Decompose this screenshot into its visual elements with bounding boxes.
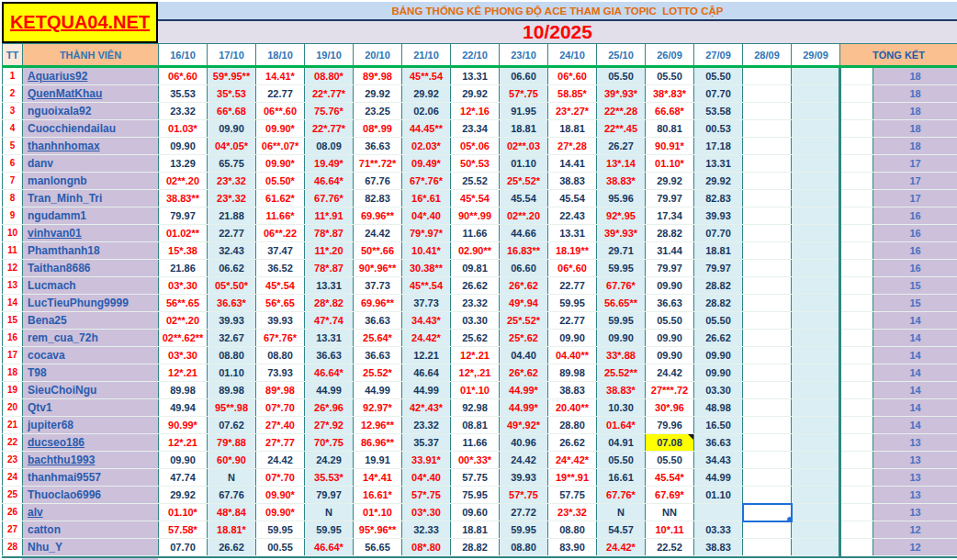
value-cell[interactable]: 79.97 [694, 260, 743, 277]
value-cell[interactable]: N [597, 504, 646, 521]
value-cell[interactable]: 67.76* [305, 190, 354, 207]
value-cell[interactable]: 06**.22 [256, 225, 305, 242]
value-cell[interactable]: 56.65 [354, 539, 402, 556]
value-cell[interactable]: 20.40** [548, 399, 597, 417]
value-cell[interactable]: 22*.77* [305, 120, 354, 138]
value-cell[interactable]: 09.90 [646, 277, 694, 295]
value-cell[interactable]: 16.50 [694, 417, 743, 434]
value-cell[interactable]: 03.30 [694, 382, 743, 399]
row-number[interactable]: 17 [3, 347, 23, 364]
value-cell[interactable]: 09.90 [208, 120, 256, 138]
value-cell[interactable]: 06*.60 [548, 260, 597, 277]
member-name[interactable]: jupiter68 [23, 417, 159, 434]
value-cell[interactable]: 12.21 [402, 347, 451, 364]
value-cell[interactable]: 09.90 [646, 347, 694, 364]
value-cell[interactable]: 25.52** [597, 364, 646, 382]
value-cell[interactable]: 29.92 [402, 85, 451, 103]
value-cell[interactable]: 09.90 [159, 452, 208, 469]
value-cell[interactable]: 23*.27* [548, 103, 597, 120]
spacer-cell[interactable] [840, 487, 873, 504]
spacer-cell[interactable] [840, 103, 873, 120]
value-cell[interactable]: 05.50 [597, 452, 646, 469]
member-name[interactable]: nguoixala92 [23, 103, 159, 120]
value-cell[interactable]: 22.77 [548, 312, 597, 330]
value-cell[interactable]: 09.90 [597, 330, 646, 347]
spacer-cell[interactable] [840, 539, 873, 556]
value-cell[interactable]: 27*.77 [256, 434, 305, 452]
value-cell[interactable] [792, 469, 840, 487]
row-number[interactable]: 22 [3, 434, 23, 452]
value-cell[interactable]: 26*.96 [305, 399, 354, 417]
total-cell[interactable]: 14 [873, 330, 957, 347]
value-cell[interactable]: 13.31 [451, 67, 500, 85]
value-cell[interactable]: 45*.54 [256, 277, 305, 295]
row-number[interactable]: 18 [3, 364, 23, 382]
value-cell[interactable] [792, 539, 840, 556]
value-cell[interactable]: 03.30 [451, 312, 500, 330]
value-cell[interactable]: 24.42 [354, 225, 402, 242]
value-cell[interactable]: 04.40** [548, 347, 597, 364]
spacer-cell[interactable] [840, 521, 873, 539]
value-cell[interactable]: 07*.70 [256, 399, 305, 417]
value-cell[interactable]: 12*.21 [451, 347, 500, 364]
row-number[interactable]: 6 [3, 155, 23, 173]
value-cell[interactable]: 07.70 [159, 539, 208, 556]
value-cell[interactable] [792, 190, 840, 207]
value-cell[interactable]: 46.64* [305, 539, 354, 556]
value-cell[interactable]: 03*.30 [159, 347, 208, 364]
value-cell[interactable]: 26*.62 [500, 277, 548, 295]
member-name[interactable]: LucTieuPhung9999 [23, 295, 159, 312]
value-cell[interactable]: 16.61* [354, 487, 402, 504]
value-cell[interactable]: 59.95 [548, 295, 597, 312]
value-cell[interactable]: 48*.84 [208, 504, 256, 521]
total-cell[interactable]: 12 [873, 521, 957, 539]
member-name[interactable]: manlongnb [23, 173, 159, 190]
value-cell[interactable]: 12*.16 [451, 103, 500, 120]
member-name[interactable]: ngudamm1 [23, 207, 159, 225]
value-cell[interactable]: 36.63 [305, 347, 354, 364]
value-cell[interactable] [792, 225, 840, 242]
value-cell[interactable]: 13.31 [548, 225, 597, 242]
value-cell[interactable] [743, 67, 792, 85]
value-cell[interactable] [792, 347, 840, 364]
total-cell[interactable]: 17 [873, 173, 957, 190]
value-cell[interactable]: 23*.32 [208, 173, 256, 190]
value-cell[interactable]: 80.81 [646, 120, 694, 138]
value-cell[interactable] [792, 173, 840, 190]
value-cell[interactable]: 11*.20 [305, 242, 354, 260]
value-cell[interactable]: 89.98 [159, 382, 208, 399]
value-cell[interactable]: 44.99 [354, 382, 402, 399]
value-cell[interactable]: 89.98 [208, 382, 256, 399]
value-cell[interactable]: 37.73 [402, 295, 451, 312]
value-cell[interactable]: 18.81 [694, 242, 743, 260]
value-cell[interactable]: 32.33 [402, 521, 451, 539]
total-cell[interactable]: 18 [873, 85, 957, 103]
value-cell[interactable]: 01*.10 [451, 382, 500, 399]
value-cell[interactable]: 44.99* [500, 399, 548, 417]
row-number[interactable]: 24 [3, 469, 23, 487]
value-cell[interactable]: 24*.42* [548, 452, 597, 469]
value-cell[interactable]: 90.99* [159, 417, 208, 434]
value-cell[interactable]: 44.66 [500, 225, 548, 242]
value-cell[interactable]: 13.29 [159, 155, 208, 173]
value-cell[interactable]: 06**.07* [256, 138, 305, 155]
spacer-cell[interactable] [840, 260, 873, 277]
value-cell[interactable]: 32.67 [208, 330, 256, 347]
value-cell[interactable]: 95*.96** [354, 521, 402, 539]
value-cell[interactable]: 38*.83* [646, 85, 694, 103]
value-cell[interactable]: 39.93 [208, 312, 256, 330]
value-cell[interactable]: 02**.62** [159, 330, 208, 347]
value-cell[interactable]: 01.02** [159, 225, 208, 242]
value-cell[interactable]: 25*.52* [500, 173, 548, 190]
total-cell[interactable]: 14 [873, 382, 957, 399]
value-cell[interactable]: 01.64* [597, 417, 646, 434]
member-name[interactable]: QuenMatKhau [23, 85, 159, 103]
value-cell[interactable]: 28*.82 [305, 295, 354, 312]
value-cell[interactable]: 02.90** [451, 242, 500, 260]
value-cell[interactable]: 18.19** [548, 242, 597, 260]
spacer-cell[interactable] [840, 295, 873, 312]
value-cell[interactable]: 38.83 [548, 382, 597, 399]
value-cell[interactable]: 15*.38 [159, 242, 208, 260]
value-cell[interactable]: 22**.28 [597, 103, 646, 120]
value-cell[interactable] [743, 469, 792, 487]
